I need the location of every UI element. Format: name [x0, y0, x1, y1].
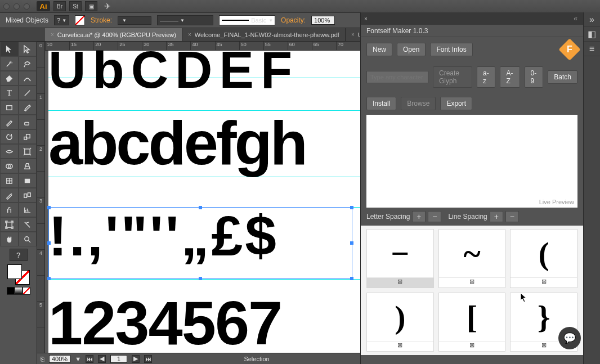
svg-point-12: [25, 236, 29, 241]
glyph-cell[interactable]: (⊠: [510, 229, 577, 288]
minimize-dot[interactable]: [14, 3, 20, 10]
glyph-grid: −⊠ ~⊠ (⊠ )⊠ [⊠ }⊠: [361, 226, 583, 355]
batch-button[interactable]: Batch: [548, 70, 577, 84]
live-preview[interactable]: Live Preview: [366, 115, 577, 208]
zoom-tool[interactable]: [19, 232, 37, 246]
mesh-tool[interactable]: [0, 173, 19, 188]
slice-tool[interactable]: [19, 217, 37, 232]
glyph-cell[interactable]: −⊠: [366, 229, 434, 288]
color-mode[interactable]: [7, 287, 15, 295]
next-page[interactable]: ▶: [132, 355, 140, 363]
artboard-tool[interactable]: [0, 217, 19, 232]
close-dot[interactable]: [3, 3, 10, 10]
rotate-tool[interactable]: [0, 129, 19, 144]
open-button[interactable]: Open: [397, 43, 426, 56]
page-field[interactable]: 1: [110, 355, 127, 363]
type-tool[interactable]: T: [0, 86, 19, 100]
rect-tool[interactable]: [0, 100, 19, 115]
pen-tool[interactable]: [0, 71, 19, 86]
glyph-row-lower: abcdefgh: [48, 107, 360, 179]
font-infos-button[interactable]: Font Infos: [430, 43, 472, 56]
line-tool[interactable]: [19, 86, 37, 100]
perspective-tool[interactable]: [19, 159, 37, 173]
panel-title: Fontself Maker 1.0.3: [361, 25, 583, 37]
stroke-profile-dropdown[interactable]: ———▼: [157, 15, 213, 25]
letter-spacing-dec[interactable]: −: [428, 211, 441, 222]
shape-builder-tool[interactable]: [0, 159, 19, 173]
export-button[interactable]: Export: [440, 97, 472, 110]
none-mode[interactable]: [23, 287, 30, 295]
collapse-icon[interactable]: «: [571, 15, 580, 23]
first-page[interactable]: ⏮: [86, 355, 93, 363]
line-spacing-dec[interactable]: −: [505, 211, 519, 222]
svg-rect-11: [7, 222, 12, 227]
blend-tool[interactable]: [19, 188, 37, 203]
direct-select-tool[interactable]: [19, 42, 37, 56]
az-button[interactable]: a-z: [477, 66, 495, 88]
browse-button[interactable]: Browse: [401, 97, 436, 110]
ruler-horizontal: 10152025303540455055606570: [45, 42, 360, 51]
symbol-tool[interactable]: [0, 203, 19, 217]
stroke-weight-dropdown[interactable]: ▼: [118, 16, 151, 25]
glyph-cell[interactable]: ~⊠: [438, 229, 506, 288]
br-icon[interactable]: Br: [53, 1, 66, 11]
export-icon[interactable]: ⎘: [41, 356, 44, 362]
09-button[interactable]: 0-9: [525, 66, 544, 88]
new-button[interactable]: New: [366, 43, 392, 56]
glyph-cell[interactable]: [⊠: [438, 293, 506, 352]
fill-swatch[interactable]: [75, 15, 85, 25]
create-glyph-button[interactable]: Create Glyph: [433, 66, 472, 88]
svg-rect-0: [7, 105, 12, 110]
brush-tool[interactable]: [19, 100, 37, 115]
tab-welcome[interactable]: ×Welcome_FINAL_1-NEW02-almost-there-phew…: [182, 28, 346, 41]
live-preview-label: Live Preview: [539, 199, 574, 205]
dock-item[interactable]: ≡: [584, 42, 600, 56]
help-dropdown[interactable]: ?▼: [54, 15, 69, 25]
close-icon[interactable]: ×: [364, 16, 368, 22]
dock-item[interactable]: ◧: [584, 27, 600, 42]
arrange-icon[interactable]: ▣: [85, 1, 97, 11]
gradient-mode[interactable]: [15, 287, 23, 295]
character-input[interactable]: [366, 71, 428, 83]
gradient-tool[interactable]: [19, 173, 37, 188]
scale-tool[interactable]: [19, 129, 37, 144]
st-icon[interactable]: St: [69, 1, 82, 11]
lasso-tool[interactable]: [19, 56, 37, 71]
chat-fab[interactable]: 💬: [558, 327, 581, 349]
zoom-field[interactable]: 400%: [49, 355, 70, 363]
eyedropper-tool[interactable]: [0, 188, 19, 203]
graph-tool[interactable]: [19, 203, 37, 217]
help-button[interactable]: ?: [10, 249, 28, 261]
AZ-button[interactable]: A-Z: [500, 66, 520, 88]
close-icon[interactable]: ×: [351, 32, 355, 38]
last-page[interactable]: ⏭: [144, 355, 152, 363]
eraser-tool[interactable]: [19, 115, 37, 129]
close-icon[interactable]: ×: [188, 32, 191, 38]
glyph-row-upper: UbCDEF: [48, 51, 360, 100]
curve-tool[interactable]: [19, 71, 37, 86]
brush-style[interactable]: Basic▼: [219, 15, 275, 25]
magic-wand-tool[interactable]: [0, 56, 19, 71]
width-tool[interactable]: [0, 144, 19, 159]
zoom-dot[interactable]: [24, 3, 30, 10]
selection-bounds[interactable]: [48, 207, 352, 279]
fill-swatch-box[interactable]: [7, 264, 22, 279]
close-icon[interactable]: ×: [51, 32, 54, 38]
fill-stroke-swatches[interactable]: [7, 264, 30, 285]
pencil-tool[interactable]: [0, 115, 19, 129]
free-transform-tool[interactable]: [19, 144, 37, 159]
gpu-icon[interactable]: ✈: [104, 2, 111, 11]
dock-collapse-icon[interactable]: »: [584, 12, 600, 27]
stroke-label: Stroke:: [91, 16, 112, 24]
prev-page[interactable]: ◀: [98, 355, 106, 363]
canvas[interactable]: UbCDEF abcdefgh !.,'"''„£$ 1234567: [45, 51, 360, 353]
hand-tool[interactable]: [0, 232, 19, 246]
tab-curvetica[interactable]: ×Curvetica.ai* @ 400% (RGB/GPU Preview): [45, 28, 182, 41]
opacity-input[interactable]: [311, 16, 335, 25]
selection-tool[interactable]: [0, 42, 19, 56]
artboard[interactable]: UbCDEF abcdefgh !.,'"''„£$ 1234567: [48, 51, 360, 353]
glyph-cell[interactable]: )⊠: [366, 293, 434, 352]
letter-spacing-inc[interactable]: +: [412, 211, 426, 222]
line-spacing-inc[interactable]: +: [490, 211, 503, 222]
install-button[interactable]: Install: [366, 97, 396, 110]
